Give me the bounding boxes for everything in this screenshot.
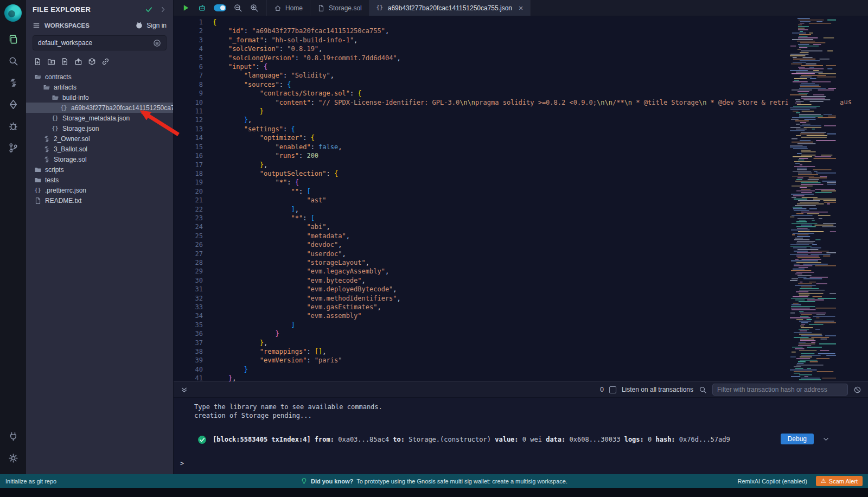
- code-line[interactable]: "sources": {: [213, 80, 868, 89]
- load-template-icon[interactable]: [88, 58, 96, 66]
- line-number[interactable]: 34: [174, 311, 203, 320]
- line-number[interactable]: 38: [174, 347, 203, 356]
- tree-item-storage-metadata-json[interactable]: {}Storage_metadata.json: [26, 113, 173, 123]
- tree-item-build-info[interactable]: build-info: [26, 92, 173, 103]
- line-number[interactable]: 13: [174, 125, 203, 133]
- copilot-toggle[interactable]: [214, 4, 226, 11]
- workspace-select[interactable]: default_workspace: [33, 35, 167, 50]
- code-line[interactable]: },: [213, 374, 868, 381]
- line-number[interactable]: 14: [174, 133, 203, 142]
- clear-console-icon[interactable]: [853, 386, 861, 394]
- line-number[interactable]: 40: [174, 365, 203, 374]
- code-line[interactable]: "storageLayout",: [213, 258, 868, 267]
- chevron-down-icon[interactable]: [822, 435, 830, 443]
- line-number[interactable]: 6: [174, 62, 203, 71]
- code-line[interactable]: "evm.deployedBytecode",: [213, 285, 868, 294]
- code-editor[interactable]: 1234567891011121314151617181920212223242…: [174, 16, 868, 381]
- clone-link-icon[interactable]: [101, 58, 110, 66]
- remix-logo-icon[interactable]: [4, 4, 22, 22]
- line-number[interactable]: 8: [174, 80, 203, 89]
- line-number[interactable]: 5: [174, 54, 203, 62]
- code-line[interactable]: "id": "a69b43f277ba20fcac141151250ca755"…: [213, 27, 868, 35]
- line-number[interactable]: 30: [174, 276, 203, 285]
- code-line[interactable]: {: [213, 18, 868, 27]
- listen-all-transactions-label[interactable]: Listen on all transactions: [622, 386, 693, 393]
- line-number[interactable]: 25: [174, 232, 203, 240]
- code-line[interactable]: "evm.gasEstimates",: [213, 303, 868, 311]
- code-line[interactable]: ],: [213, 205, 868, 214]
- search-icon[interactable]: [0, 50, 26, 72]
- tree-item-scripts[interactable]: scripts: [26, 164, 173, 175]
- line-number[interactable]: 36: [174, 329, 203, 338]
- code-line[interactable]: "abi",: [213, 222, 868, 231]
- line-number[interactable]: 3: [174, 36, 203, 44]
- tab-home[interactable]: Home: [267, 0, 310, 16]
- line-number[interactable]: 41: [174, 374, 203, 381]
- line-number[interactable]: 21: [174, 196, 203, 205]
- debug-button[interactable]: Debug: [781, 434, 814, 444]
- line-number[interactable]: 7: [174, 71, 203, 80]
- line-number[interactable]: 4: [174, 44, 203, 53]
- tree-item-artifacts[interactable]: artifacts: [26, 82, 173, 92]
- line-number[interactable]: 32: [174, 294, 203, 303]
- line-number[interactable]: 28: [174, 258, 203, 267]
- new-file-icon[interactable]: [34, 58, 42, 66]
- file-explorer-icon[interactable]: [0, 28, 26, 50]
- code-line[interactable]: "_format": "hh-sol-build-info-1",: [213, 36, 868, 44]
- code-line[interactable]: "solcVersion": "0.8.19",: [213, 44, 868, 53]
- terminal-prompt[interactable]: >: [180, 460, 868, 467]
- tree-item-storage-sol[interactable]: Storage.sol: [26, 154, 173, 164]
- code-line[interactable]: "enabled": false,: [213, 143, 868, 151]
- code-line[interactable]: ]: [213, 321, 868, 329]
- code-line[interactable]: "runs": 200: [213, 151, 868, 160]
- tree-item-3-ballot-sol[interactable]: 3_Ballot.sol: [26, 144, 173, 154]
- upload-folder-icon[interactable]: [74, 58, 82, 66]
- line-number[interactable]: 35: [174, 321, 203, 329]
- code-line[interactable]: "evm.methodIdentifiers",: [213, 294, 868, 303]
- line-number[interactable]: 27: [174, 250, 203, 258]
- run-script-icon[interactable]: [181, 3, 190, 12]
- line-number[interactable]: 24: [174, 222, 203, 231]
- tree-item-a69b43f277ba20fcac141151250ca7[interactable]: {}a69b43f277ba20fcac141151250ca7...: [26, 103, 173, 113]
- tree-item-tests[interactable]: tests: [26, 175, 173, 185]
- settings-gear-icon[interactable]: [0, 447, 26, 469]
- line-number[interactable]: 15: [174, 143, 203, 151]
- zoom-in-icon[interactable]: [250, 3, 259, 12]
- listen-all-transactions-checkbox[interactable]: [609, 386, 616, 393]
- close-tab-icon[interactable]: ×: [519, 4, 523, 12]
- code-line[interactable]: "contracts/Storage.sol": {: [213, 89, 868, 98]
- code-line[interactable]: }: [213, 365, 868, 374]
- expand-terminal-icon[interactable]: [180, 386, 188, 394]
- line-number[interactable]: 31: [174, 285, 203, 294]
- code-line[interactable]: "content": "// SPDX-License-Identifier: …: [213, 98, 868, 107]
- git-icon[interactable]: [0, 137, 26, 158]
- line-number[interactable]: 23: [174, 214, 203, 222]
- line-number[interactable]: 10: [174, 98, 203, 107]
- line-number[interactable]: 26: [174, 240, 203, 249]
- line-number[interactable]: 20: [174, 187, 203, 196]
- line-number[interactable]: 1: [174, 18, 203, 27]
- code-line[interactable]: },: [213, 161, 868, 169]
- ai-assistant-icon[interactable]: [197, 3, 207, 12]
- line-number[interactable]: 9: [174, 89, 203, 98]
- line-number[interactable]: 39: [174, 356, 203, 365]
- line-number[interactable]: 29: [174, 267, 203, 276]
- code-line[interactable]: "*": [: [213, 214, 868, 222]
- plugin-manager-icon[interactable]: [0, 425, 26, 447]
- code-line[interactable]: },: [213, 339, 868, 347]
- line-number[interactable]: 12: [174, 116, 203, 124]
- code-line[interactable]: "": [: [213, 187, 868, 196]
- debugger-icon[interactable]: [0, 115, 26, 137]
- zoom-out-icon[interactable]: [233, 3, 242, 12]
- transaction-filter-input[interactable]: [712, 384, 848, 396]
- sign-in-button[interactable]: Sign in: [135, 21, 167, 29]
- code-line[interactable]: "ast": [213, 196, 868, 205]
- tree-item-storage-json[interactable]: {}Storage.json: [26, 123, 173, 133]
- code-line[interactable]: "*": {: [213, 178, 868, 187]
- code-line[interactable]: "solcLongVersion": "0.8.19+commit.7dd6d4…: [213, 54, 868, 62]
- chevron-right-icon[interactable]: [159, 6, 167, 13]
- tab-a69b43f277ba20fcac141151250ca755-json[interactable]: {}a69b43f277ba20fcac141151250ca755.json×: [369, 0, 531, 16]
- line-number[interactable]: 2: [174, 27, 203, 35]
- minimap-canvas[interactable]: [788, 16, 838, 381]
- code-line[interactable]: "metadata",: [213, 232, 868, 240]
